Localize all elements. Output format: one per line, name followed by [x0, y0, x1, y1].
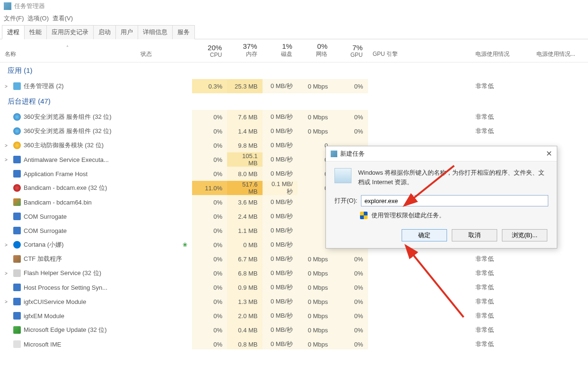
power-trend-cell: [532, 294, 588, 309]
memory-cell: 7.6 MB: [227, 110, 262, 124]
table-row[interactable]: >任务管理器 (2)0.3%25.3 MB0 MB/秒0 Mbps0%非常低: [0, 79, 588, 93]
cpu-cell: 0%: [192, 294, 227, 309]
menu-view[interactable]: 查看(V): [53, 15, 73, 22]
process-name-cell: 360安全浏览器 服务组件 (32 位): [0, 110, 136, 124]
group-apps[interactable]: 应用 (1): [0, 62, 588, 79]
status-cell: [136, 124, 192, 138]
process-icon: [13, 156, 21, 163]
dialog-app-icon: [331, 151, 337, 157]
header-network[interactable]: 0% 网络: [298, 39, 333, 62]
tab-app-history[interactable]: 应用历史记录: [46, 25, 94, 39]
power-trend-cell: [532, 79, 588, 93]
power-cell: 非常低: [471, 337, 532, 349]
process-icon: [13, 113, 21, 121]
process-icon: [13, 213, 21, 220]
status-cell: [136, 294, 192, 309]
tab-users[interactable]: 用户: [115, 25, 138, 39]
process-name: 360安全浏览器 服务组件 (32 位): [24, 113, 112, 121]
header-gpu[interactable]: 7% GPU: [333, 39, 368, 62]
open-input[interactable]: [361, 195, 548, 206]
gpu-cell: 0%: [333, 337, 368, 349]
header-gpu-pct: 7%: [352, 44, 363, 52]
tab-processes[interactable]: 进程: [2, 25, 25, 39]
memory-cell: 517.6 MB: [227, 181, 262, 195]
group-background[interactable]: 后台进程 (47): [0, 93, 588, 110]
header-cpu[interactable]: 20% CPU: [192, 39, 227, 62]
shield-icon: [360, 212, 368, 219]
disk-cell: 0 MB/秒: [263, 266, 298, 280]
process-icon: [13, 312, 21, 320]
header-disk[interactable]: 1% 磁盘: [263, 39, 298, 62]
expand-icon[interactable]: >: [5, 299, 10, 304]
power-cell: 非常低: [471, 323, 532, 337]
cpu-cell: 0%: [192, 238, 227, 252]
process-name-cell: Microsoft IME: [0, 337, 136, 349]
expand-icon[interactable]: >: [5, 84, 10, 89]
dialog-title: 新建任务: [340, 150, 365, 158]
table-row[interactable]: Microsoft Edge Update (32 位)0%0.4 MB0 MB…: [0, 323, 588, 337]
disk-cell: 0 MB/秒: [263, 167, 298, 181]
disk-cell: 0 MB/秒: [263, 252, 298, 266]
memory-cell: 0.8 MB: [227, 337, 262, 349]
header-memory[interactable]: 37% 内存: [227, 39, 262, 62]
gpu-cell: 0%: [333, 124, 368, 138]
expand-icon[interactable]: >: [5, 143, 10, 148]
table-row[interactable]: Host Process for Setting Syn...0%0.9 MB0…: [0, 280, 588, 294]
table-row[interactable]: >igfxCUIService Module0%1.3 MB0 MB/秒0 Mb…: [0, 294, 588, 309]
table-row[interactable]: Microsoft IME0%0.8 MB0 MB/秒0 Mbps0%非常低: [0, 337, 588, 349]
close-icon[interactable]: ✕: [546, 149, 552, 158]
process-name-cell: igfxEM Module: [0, 309, 136, 323]
process-name: COM Surrogate: [24, 213, 67, 220]
header-gpu-engine[interactable]: GPU 引擎: [368, 39, 471, 62]
memory-cell: 3.6 MB: [227, 195, 262, 209]
browse-button[interactable]: 浏览(B)...: [502, 229, 547, 241]
cpu-cell: 0.3%: [192, 79, 227, 93]
table-row[interactable]: >Flash Helper Service (32 位)0%6.8 MB0 MB…: [0, 266, 588, 280]
tab-startup[interactable]: 启动: [93, 25, 116, 39]
table-row[interactable]: 360安全浏览器 服务组件 (32 位)0%1.4 MB0 MB/秒0 Mbps…: [0, 124, 588, 138]
expand-icon[interactable]: >: [5, 157, 10, 162]
expand-icon[interactable]: >: [5, 242, 10, 248]
menubar: 文件(F) 选项(O) 查看(V): [0, 12, 588, 25]
header-power[interactable]: 电源使用情况: [471, 39, 532, 62]
gpu-engine-cell: [368, 110, 471, 124]
status-cell: [136, 110, 192, 124]
process-icon: [13, 269, 21, 277]
process-icon: [13, 241, 21, 249]
status-cell: [136, 209, 192, 223]
network-cell: 0 Mbps: [298, 266, 333, 280]
gpu-cell: 0%: [333, 266, 368, 280]
new-task-dialog: 新建任务 ✕ Windows 将根据你所键入的名称，为你打开相应的程序、文件夹、…: [325, 146, 557, 249]
status-cell: [136, 181, 192, 195]
cancel-button[interactable]: 取消: [452, 229, 497, 241]
cpu-cell: 0%: [192, 280, 227, 294]
network-cell: 0 Mbps: [298, 309, 333, 323]
menu-file[interactable]: 文件(F): [4, 15, 24, 22]
table-row[interactable]: igfxEM Module0%2.0 MB0 MB/秒0 Mbps0%非常低: [0, 309, 588, 323]
ok-button[interactable]: 确定: [402, 229, 447, 241]
tab-performance[interactable]: 性能: [24, 25, 47, 39]
menu-options[interactable]: 选项(O): [27, 15, 49, 22]
power-trend-cell: [532, 110, 588, 124]
header-status[interactable]: 状态: [136, 39, 192, 62]
admin-label: 使用管理权限创建此任务。: [371, 211, 445, 220]
dialog-body: Windows 将根据你所键入的名称，为你打开相应的程序、文件夹、文档或 Int…: [326, 161, 557, 248]
memory-cell: 0.4 MB: [227, 323, 262, 337]
process-icon: [13, 340, 21, 348]
header-power-trend[interactable]: 电源使用情况...: [532, 39, 588, 62]
status-cell: [136, 138, 192, 152]
header-name[interactable]: ˄ 名称: [0, 39, 136, 62]
table-row[interactable]: CTF 加载程序0%6.7 MB0 MB/秒0 Mbps0%非常低: [0, 252, 588, 266]
disk-cell: 0 MB/秒: [263, 309, 298, 323]
cpu-cell: 0%: [192, 209, 227, 223]
tab-services[interactable]: 服务: [172, 25, 195, 39]
dialog-titlebar[interactable]: 新建任务 ✕: [326, 146, 557, 161]
status-cell: ❀: [136, 238, 192, 252]
process-name: Antimalware Service Executa...: [24, 156, 109, 163]
table-row[interactable]: 360安全浏览器 服务组件 (32 位)0%7.6 MB0 MB/秒0 Mbps…: [0, 110, 588, 124]
tab-details[interactable]: 详细信息: [138, 25, 173, 39]
process-icon: [13, 326, 21, 334]
sort-caret-icon: ˄: [5, 45, 131, 50]
expand-icon[interactable]: >: [5, 271, 10, 276]
cpu-cell: 0%: [192, 309, 227, 323]
